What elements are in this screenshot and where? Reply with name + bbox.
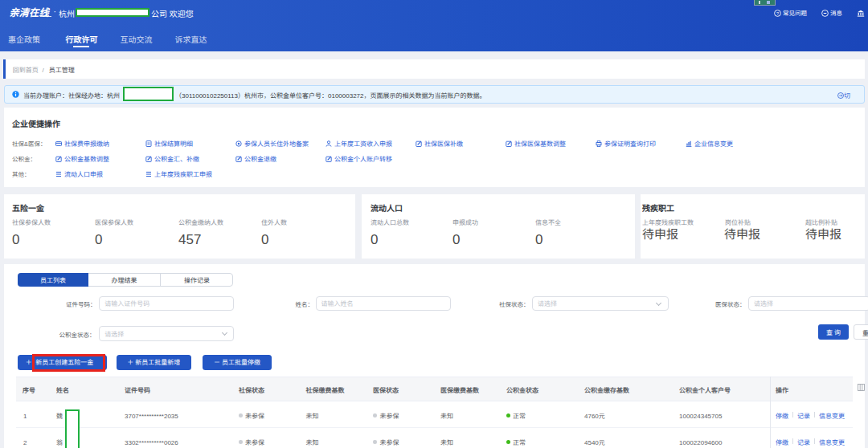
svg-text:?: ? xyxy=(776,10,779,15)
